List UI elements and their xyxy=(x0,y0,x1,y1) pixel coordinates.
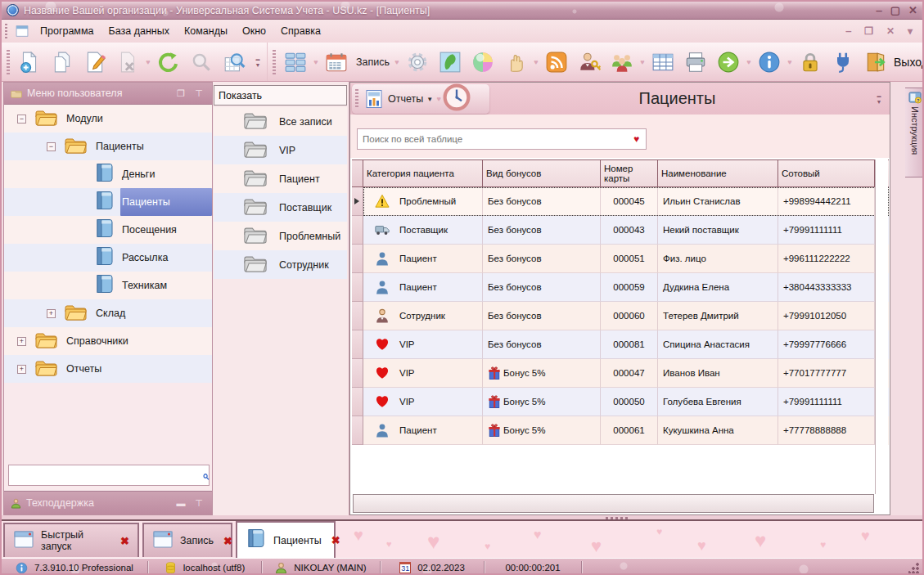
horizontal-splitter[interactable] xyxy=(2,515,922,521)
tree-item-1[interactable]: −Пациенты xyxy=(4,133,212,160)
reports-button[interactable]: Отчеты ▼ xyxy=(362,87,435,111)
table-row-1[interactable]: ПоставщикБез бонусов000043Некий поставщи… xyxy=(352,216,889,245)
tree-item-2[interactable]: Деньги xyxy=(4,160,212,188)
column-header-4[interactable]: Сотовый xyxy=(778,160,875,186)
patients-toolbar-band: Отчеты ▼ Пациенты xyxy=(350,83,890,115)
menu-item-4[interactable]: Справка xyxy=(273,22,328,40)
table-view-button[interactable] xyxy=(647,46,679,79)
table-search-input[interactable] xyxy=(358,134,633,144)
exit-label[interactable]: Выход xyxy=(892,56,924,69)
table-row-0[interactable]: ПроблемныйБез бонусов000045Ильин Станисл… xyxy=(352,187,889,216)
connection-button[interactable] xyxy=(827,46,859,79)
tree-item-9[interactable]: +Отчеты xyxy=(4,355,212,383)
minimize-button[interactable]: ‒ xyxy=(877,5,882,16)
tree-item-5[interactable]: Рассылка xyxy=(4,244,212,272)
menu-item-2[interactable]: Команды xyxy=(177,22,235,40)
filter-item-4[interactable]: Проблемный xyxy=(214,222,347,250)
pin-panel-icon[interactable]: ⊤ xyxy=(192,88,205,99)
bottom-tab-1[interactable]: Запись xyxy=(142,523,232,557)
tree-item-8[interactable]: +Справочники xyxy=(4,327,212,355)
access-rights-button[interactable] xyxy=(573,46,606,79)
print-button[interactable] xyxy=(679,46,712,79)
map-button[interactable] xyxy=(434,46,467,79)
delete-record-button[interactable] xyxy=(111,46,144,79)
toolbar-overflow-button[interactable] xyxy=(250,46,265,79)
column-header-2[interactable]: Номер карты xyxy=(601,160,658,186)
calendar-view-button[interactable] xyxy=(320,46,353,79)
tree-expander-icon[interactable]: − xyxy=(17,115,26,124)
column-header-0[interactable]: Категория пациента xyxy=(363,160,483,186)
menu-item-1[interactable]: База данных xyxy=(101,22,177,40)
menu-item-3[interactable]: Окно xyxy=(235,22,273,40)
manual-mode-button[interactable] xyxy=(499,46,532,79)
go-button[interactable] xyxy=(712,46,745,79)
table-row-8[interactable]: ПациентБонус 5%000061Кукушкина Анна+7777… xyxy=(352,416,889,445)
search-icon[interactable] xyxy=(197,469,209,483)
support-panel-header[interactable]: Техподдержка ▬ ⊤ xyxy=(4,491,212,514)
row-indicator xyxy=(352,273,363,302)
patients-overflow-button[interactable] xyxy=(872,83,886,115)
exit-button[interactable] xyxy=(859,46,892,79)
cards-view-button[interactable] xyxy=(279,46,312,79)
bottom-tab-2[interactable]: Пациенты xyxy=(236,521,336,558)
copy-record-button[interactable] xyxy=(46,46,79,79)
horizontal-scrollbar[interactable] xyxy=(353,494,874,513)
colors-button[interactable] xyxy=(467,46,499,79)
filter-item-3[interactable]: Поставщик xyxy=(214,193,347,222)
search-button[interactable] xyxy=(185,46,218,79)
column-header-3[interactable]: Наименование xyxy=(658,160,778,186)
table-row-2[interactable]: ПациентБез бонусов000051Физ. лицо+996111… xyxy=(352,245,889,273)
tree-expander-icon[interactable]: + xyxy=(47,309,56,318)
info-button[interactable] xyxy=(753,46,786,79)
maximize-button[interactable]: ▢ xyxy=(890,5,900,16)
menu-search-input[interactable] xyxy=(9,469,197,481)
close-button[interactable]: ✕ xyxy=(908,5,917,16)
column-header-1[interactable]: Вид бонусов xyxy=(483,160,601,186)
cell-category: Поставщик xyxy=(363,216,483,245)
feed-button[interactable] xyxy=(540,46,573,79)
tab-close-icon[interactable] xyxy=(328,534,340,546)
mdi-control-3[interactable]: ▾ xyxy=(908,25,913,37)
tree-item-3[interactable]: Пациенты xyxy=(4,188,212,216)
instruction-tab[interactable]: ? Инструкция xyxy=(905,88,924,177)
scheduler-button[interactable] xyxy=(443,83,471,115)
tree-expander-icon[interactable]: + xyxy=(17,337,26,346)
settings-button[interactable] xyxy=(401,46,434,79)
pin-panel-icon[interactable]: ⊤ xyxy=(192,498,205,509)
vertical-scrollbar[interactable] xyxy=(875,159,888,494)
table-row-4[interactable]: СотрудникБез бонусов000060Тетерев Дмитри… xyxy=(352,302,889,330)
bottom-tab-0[interactable]: Быстрый запуск xyxy=(3,523,139,557)
tree-expander-icon[interactable]: + xyxy=(17,365,26,374)
tree-expander-icon[interactable]: − xyxy=(47,142,56,151)
instruction-tab-label: Инструкция xyxy=(910,106,920,155)
workspace: Меню пользователя ❐ ⊤ −Модули−ПациентыДе… xyxy=(2,82,922,515)
tab-close-icon[interactable] xyxy=(117,535,129,547)
mdi-control-0[interactable]: ‒ xyxy=(845,25,851,37)
search-table-button[interactable] xyxy=(218,46,250,79)
table-row-3[interactable]: ПациентБез бонусов000059Дудкина Елена+38… xyxy=(352,273,889,302)
filter-item-0[interactable]: Все записи xyxy=(214,107,347,136)
mdi-control-2[interactable]: ✕ xyxy=(886,25,895,37)
table-row-6[interactable]: VIPБонус 5%000047Иванов Иван+77017777777 xyxy=(352,359,889,388)
tree-item-4[interactable]: Посещения xyxy=(4,216,212,244)
folder-icon xyxy=(11,89,22,98)
tab-close-icon[interactable] xyxy=(220,535,232,547)
lock-button[interactable] xyxy=(794,46,827,79)
table-row-7[interactable]: VIPБонус 5%000050Голубева Евгения+799911… xyxy=(352,388,889,416)
tree-item-0[interactable]: −Модули xyxy=(4,105,212,133)
menu-item-0[interactable]: Программа xyxy=(33,22,101,40)
tree-item-6[interactable]: Техникам xyxy=(4,272,212,299)
tree-item-7[interactable]: +Склад xyxy=(4,299,212,327)
employees-button[interactable] xyxy=(606,46,638,79)
resize-grip[interactable] xyxy=(908,562,920,573)
filter-item-5[interactable]: Сотрудник xyxy=(214,250,347,279)
refresh-button[interactable] xyxy=(152,46,185,79)
table-row-5[interactable]: VIPБез бонусов000081Спицина Анастасия+79… xyxy=(352,330,889,359)
add-record-button[interactable] xyxy=(13,46,46,79)
filter-item-2[interactable]: Пациент xyxy=(214,164,347,193)
float-panel-icon[interactable]: ❐ xyxy=(174,88,187,99)
filter-item-1[interactable]: VIP xyxy=(214,136,347,164)
collapse-panel-icon[interactable]: ▬ xyxy=(174,498,187,508)
mdi-control-1[interactable]: ❐ xyxy=(864,25,873,37)
edit-record-button[interactable] xyxy=(79,46,111,79)
